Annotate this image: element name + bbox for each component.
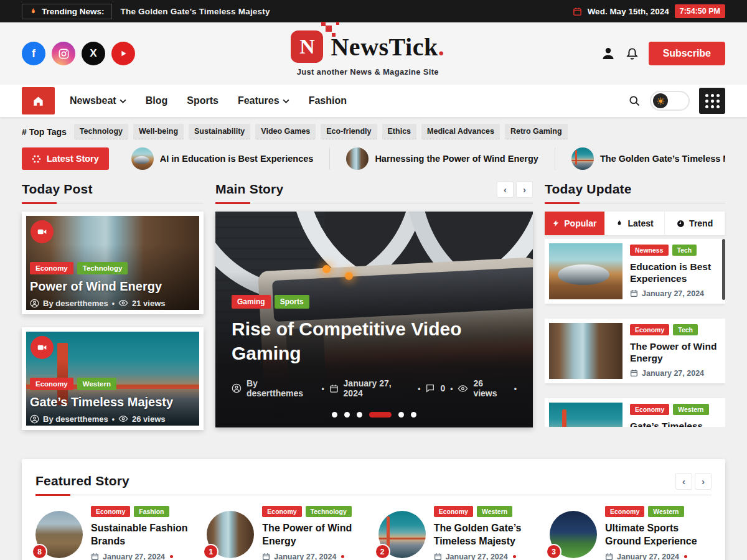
category-tag[interactable]: Western xyxy=(673,404,708,415)
lightning-icon xyxy=(552,219,560,228)
story-title[interactable]: Power of Wind Energy xyxy=(30,279,195,294)
carousel-dot[interactable] xyxy=(332,412,337,418)
carousel-dot[interactable] xyxy=(398,412,404,418)
update-card-1[interactable]: Newness Tech Education is Best Experienc… xyxy=(545,239,725,304)
nav-item-fashion[interactable]: Fashion xyxy=(309,95,347,106)
dark-mode-toggle[interactable] xyxy=(650,91,690,111)
category-tag[interactable]: Economy xyxy=(434,506,473,517)
story-title[interactable]: Ultimate Sports Ground Experience xyxy=(605,522,712,548)
category-tag[interactable]: Gaming xyxy=(232,295,271,309)
tab-trend[interactable]: Trend xyxy=(665,212,725,235)
views-eye-icon xyxy=(118,414,128,424)
featured-item-3[interactable]: 2 Economy Western The Golden Gate’s Time… xyxy=(378,506,540,560)
youtube-icon[interactable] xyxy=(111,42,135,65)
category-tag[interactable]: Economy xyxy=(91,506,130,517)
home-button[interactable] xyxy=(22,87,55,114)
category-tag[interactable]: Newness xyxy=(630,245,669,256)
latest-story-label: Latest Story xyxy=(47,154,99,164)
nav-item-sports[interactable]: Sports xyxy=(187,95,218,106)
category-tag[interactable]: Economy xyxy=(262,506,301,517)
publish-date-row: January 27, 2024 xyxy=(630,289,721,298)
calendar-icon xyxy=(91,553,99,560)
featured-item-2[interactable]: 1 Economy Technology The Power of Wind E… xyxy=(207,506,369,560)
today-post-card-1[interactable]: Economy Technology Power of Wind Energy … xyxy=(22,212,204,314)
story-title[interactable]: Sustainable Fashion Brands xyxy=(91,522,197,548)
tag-chip[interactable]: Ethics xyxy=(382,124,417,139)
featured-prev-button[interactable] xyxy=(675,473,692,490)
main-story-title[interactable]: Rise of Competitive Video Gaming xyxy=(232,317,505,366)
story-title[interactable]: Gate’s Timeless xyxy=(630,420,709,427)
nav-item-features[interactable]: Features xyxy=(238,95,289,106)
carousel-dot[interactable] xyxy=(344,412,350,418)
ticker-item[interactable]: AI in Education is Best Experiences xyxy=(115,147,330,170)
nav-item-newsbeat[interactable]: Newsbeat xyxy=(70,95,126,106)
logo-pixel xyxy=(336,22,339,25)
tag-chip[interactable]: Medical Advances xyxy=(421,124,500,139)
category-tag[interactable]: Western xyxy=(77,378,116,390)
x-twitter-icon[interactable]: X xyxy=(82,42,105,65)
category-tag[interactable]: Economy xyxy=(30,262,73,274)
tab-label: Popular xyxy=(564,218,596,228)
story-title[interactable]: Education is Best Experiences xyxy=(630,261,721,285)
trending-headline[interactable]: The Golden Gate’s Timeless Majesty xyxy=(121,7,270,16)
story-title[interactable]: The Golden Gate’s Timeless Majesty xyxy=(434,522,540,548)
nav-label: Sports xyxy=(187,95,218,106)
category-tag[interactable]: Tech xyxy=(673,324,698,335)
carousel-dot[interactable] xyxy=(411,412,416,418)
today-post-card-2[interactable]: Economy Western Gate’s Timeless Majesty … xyxy=(22,327,204,430)
heading-underline xyxy=(35,494,712,496)
subscribe-button[interactable]: Subscribe xyxy=(649,42,725,65)
tag-chip[interactable]: Retro Gaming xyxy=(505,124,568,139)
apps-grid-icon[interactable] xyxy=(699,88,725,114)
update-card-3[interactable]: Economy Western Gate’s Timeless xyxy=(545,398,725,427)
ticker-item[interactable]: The Golden Gate’s Timeless M xyxy=(555,147,725,170)
category-tag[interactable]: Economy xyxy=(30,378,73,390)
tab-popular[interactable]: Popular xyxy=(545,212,605,235)
update-tabs: Popular Latest Trend xyxy=(545,212,725,235)
main-story-card[interactable]: Gaming Sports Rise of Competitive Video … xyxy=(215,212,533,427)
search-icon[interactable] xyxy=(628,95,641,107)
publish-date-row: January 27, 2024 xyxy=(434,553,540,560)
carousel-next-button[interactable] xyxy=(516,181,533,198)
category-tag[interactable]: Economy xyxy=(630,404,669,415)
category-tag[interactable]: Western xyxy=(477,506,512,517)
tag-chip[interactable]: Video Games xyxy=(255,124,316,139)
category-tag[interactable]: Tech xyxy=(672,245,697,256)
latest-story-button[interactable]: Latest Story xyxy=(22,147,109,170)
scrollbar-thumb[interactable] xyxy=(722,239,725,300)
category-tag[interactable]: Fashion xyxy=(134,506,169,517)
carousel-prev-button[interactable] xyxy=(497,181,514,198)
today-post-section: Today Post Economy Technology Power of W… xyxy=(22,179,204,443)
ticker-item[interactable]: Harnessing the Power of Wind Energy xyxy=(329,147,555,170)
featured-item-4[interactable]: 3 Economy Western Ultimate Sports Ground… xyxy=(550,506,712,560)
category-tag[interactable]: Economy xyxy=(630,324,669,335)
site-logo[interactable]: N NewsTick. Just another News & Magazine… xyxy=(291,30,444,77)
story-title[interactable]: Gate’s Timeless Majesty xyxy=(30,395,195,409)
featured-item-1[interactable]: 8 Economy Fashion Sustainable Fashion Br… xyxy=(35,506,197,560)
facebook-icon[interactable]: f xyxy=(22,42,45,65)
story-title[interactable]: The Power of Wind Energy xyxy=(262,522,369,548)
category-tag[interactable]: Technology xyxy=(77,262,128,274)
tab-latest[interactable]: Latest xyxy=(605,212,665,235)
instagram-icon[interactable] xyxy=(52,42,75,65)
category-tag[interactable]: Economy xyxy=(605,506,644,517)
featured-next-button[interactable] xyxy=(695,473,712,490)
carousel-dots xyxy=(232,412,517,418)
today-update-heading: Today Update xyxy=(545,182,632,197)
author-name: By desertthemes xyxy=(43,414,108,424)
carousel-dot-active[interactable] xyxy=(369,412,392,418)
user-account-icon[interactable] xyxy=(601,46,616,61)
category-tag[interactable]: Technology xyxy=(306,506,352,517)
tag-chip[interactable]: Technology xyxy=(74,124,128,139)
carousel-dot[interactable] xyxy=(357,412,362,418)
story-title[interactable]: The Power of Wind Energy xyxy=(630,340,721,365)
tag-chip[interactable]: Well-being xyxy=(133,124,184,139)
category-tag[interactable]: Western xyxy=(648,506,684,517)
category-tag[interactable]: Sports xyxy=(275,295,309,309)
nav-item-blog[interactable]: Blog xyxy=(146,95,168,106)
notification-bell-icon[interactable] xyxy=(625,47,639,61)
chevron-down-icon xyxy=(120,99,126,103)
tag-chip[interactable]: Eco-friendly xyxy=(321,124,377,139)
update-card-2[interactable]: Economy Tech The Power of Wind Energy Ja… xyxy=(545,319,725,383)
tag-chip[interactable]: Sustainability xyxy=(189,124,250,139)
